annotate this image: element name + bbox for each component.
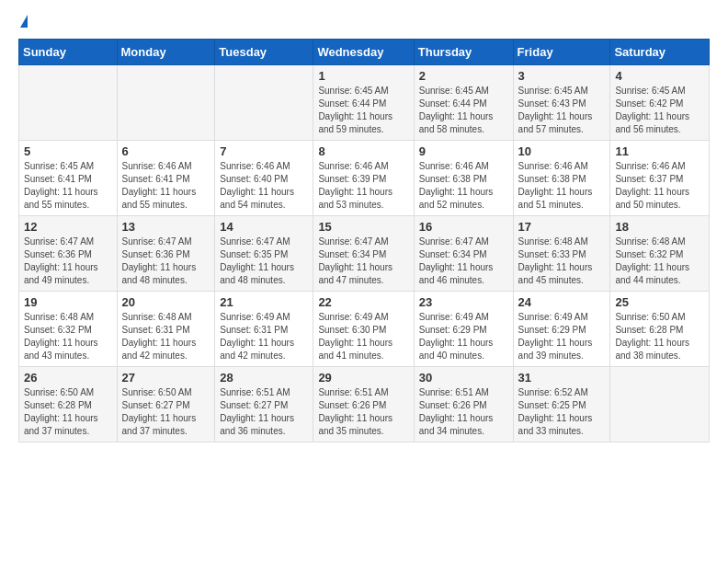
day-info: Sunrise: 6:46 AM Sunset: 6:38 PM Dayligh… [518,160,606,212]
day-number: 31 [518,371,606,385]
day-info: Sunrise: 6:46 AM Sunset: 6:37 PM Dayligh… [615,160,704,212]
day-info: Sunrise: 6:46 AM Sunset: 6:38 PM Dayligh… [419,160,508,212]
day-number: 10 [518,144,606,158]
calendar-cell: 9Sunrise: 6:46 AM Sunset: 6:38 PM Daylig… [414,141,513,216]
day-number: 12 [24,220,112,234]
day-number: 2 [419,69,508,83]
calendar-week-row: 1Sunrise: 6:45 AM Sunset: 6:44 PM Daylig… [19,65,710,141]
calendar-cell: 1Sunrise: 6:45 AM Sunset: 6:44 PM Daylig… [313,65,414,141]
day-number: 15 [318,220,408,234]
day-number: 5 [24,144,112,158]
day-number: 30 [419,371,508,385]
day-number: 29 [318,371,408,385]
calendar-cell [19,65,118,141]
day-number: 26 [24,371,112,385]
calendar-cell: 23Sunrise: 6:49 AM Sunset: 6:29 PM Dayli… [414,292,513,367]
day-info: Sunrise: 6:47 AM Sunset: 6:34 PM Dayligh… [419,236,508,287]
calendar-cell: 16Sunrise: 6:47 AM Sunset: 6:34 PM Dayli… [414,216,513,292]
calendar-cell: 20Sunrise: 6:48 AM Sunset: 6:31 PM Dayli… [117,292,215,367]
calendar-table: SundayMondayTuesdayWednesdayThursdayFrid… [18,39,710,442]
day-info: Sunrise: 6:52 AM Sunset: 6:25 PM Dayligh… [518,386,606,438]
calendar-cell: 30Sunrise: 6:51 AM Sunset: 6:26 PM Dayli… [414,367,513,442]
day-number: 21 [220,295,308,309]
day-info: Sunrise: 6:49 AM Sunset: 6:29 PM Dayligh… [419,311,508,362]
calendar-week-row: 12Sunrise: 6:47 AM Sunset: 6:36 PM Dayli… [19,216,710,292]
day-info: Sunrise: 6:49 AM Sunset: 6:30 PM Dayligh… [318,311,408,362]
logo-triangle-icon [20,15,28,28]
day-number: 16 [419,220,508,234]
day-number: 11 [615,144,704,158]
calendar-cell: 7Sunrise: 6:46 AM Sunset: 6:40 PM Daylig… [215,141,313,216]
day-number: 25 [615,295,704,309]
day-number: 27 [122,371,210,385]
day-number: 3 [518,69,606,83]
day-info: Sunrise: 6:51 AM Sunset: 6:27 PM Dayligh… [220,386,308,438]
calendar-cell: 5Sunrise: 6:45 AM Sunset: 6:41 PM Daylig… [19,141,118,216]
calendar-cell [215,65,313,141]
calendar-cell: 14Sunrise: 6:47 AM Sunset: 6:35 PM Dayli… [215,216,313,292]
day-info: Sunrise: 6:46 AM Sunset: 6:39 PM Dayligh… [318,160,408,212]
day-number: 20 [122,295,210,309]
day-number: 22 [318,295,408,309]
day-number: 19 [24,295,112,309]
calendar-cell: 27Sunrise: 6:50 AM Sunset: 6:27 PM Dayli… [117,367,215,442]
day-number: 23 [419,295,508,309]
day-info: Sunrise: 6:47 AM Sunset: 6:34 PM Dayligh… [318,236,408,287]
calendar-cell: 28Sunrise: 6:51 AM Sunset: 6:27 PM Dayli… [215,367,313,442]
day-number: 28 [220,371,308,385]
weekday-header-tuesday: Tuesday [215,40,313,65]
weekday-header-wednesday: Wednesday [313,40,414,65]
logo [18,15,28,28]
calendar-cell: 6Sunrise: 6:46 AM Sunset: 6:41 PM Daylig… [117,141,215,216]
day-info: Sunrise: 6:45 AM Sunset: 6:44 PM Dayligh… [318,85,408,136]
day-info: Sunrise: 6:47 AM Sunset: 6:36 PM Dayligh… [24,236,112,287]
page: SundayMondayTuesdayWednesdayThursdayFrid… [0,0,728,457]
day-number: 8 [318,144,408,158]
calendar-cell: 10Sunrise: 6:46 AM Sunset: 6:38 PM Dayli… [513,141,610,216]
calendar-cell: 2Sunrise: 6:45 AM Sunset: 6:44 PM Daylig… [414,65,513,141]
calendar-cell: 31Sunrise: 6:52 AM Sunset: 6:25 PM Dayli… [513,367,610,442]
day-number: 7 [220,144,308,158]
day-info: Sunrise: 6:47 AM Sunset: 6:36 PM Dayligh… [122,236,210,287]
weekday-header-monday: Monday [117,40,215,65]
calendar-cell: 25Sunrise: 6:50 AM Sunset: 6:28 PM Dayli… [610,292,710,367]
calendar-cell: 11Sunrise: 6:46 AM Sunset: 6:37 PM Dayli… [610,141,710,216]
day-number: 1 [318,69,408,83]
calendar-week-row: 19Sunrise: 6:48 AM Sunset: 6:32 PM Dayli… [19,292,710,367]
day-info: Sunrise: 6:47 AM Sunset: 6:35 PM Dayligh… [220,236,308,287]
calendar-cell: 21Sunrise: 6:49 AM Sunset: 6:31 PM Dayli… [215,292,313,367]
calendar-week-row: 26Sunrise: 6:50 AM Sunset: 6:28 PM Dayli… [19,367,710,442]
day-number: 18 [615,220,704,234]
day-info: Sunrise: 6:45 AM Sunset: 6:43 PM Dayligh… [518,85,606,136]
day-info: Sunrise: 6:49 AM Sunset: 6:31 PM Dayligh… [220,311,308,362]
calendar-cell: 4Sunrise: 6:45 AM Sunset: 6:42 PM Daylig… [610,65,710,141]
day-info: Sunrise: 6:51 AM Sunset: 6:26 PM Dayligh… [419,386,508,438]
calendar-cell [610,367,710,442]
day-info: Sunrise: 6:48 AM Sunset: 6:32 PM Dayligh… [615,236,704,287]
calendar-cell: 15Sunrise: 6:47 AM Sunset: 6:34 PM Dayli… [313,216,414,292]
day-number: 9 [419,144,508,158]
calendar-cell: 24Sunrise: 6:49 AM Sunset: 6:29 PM Dayli… [513,292,610,367]
day-info: Sunrise: 6:48 AM Sunset: 6:32 PM Dayligh… [24,311,112,362]
calendar-cell: 19Sunrise: 6:48 AM Sunset: 6:32 PM Dayli… [19,292,118,367]
calendar-cell: 29Sunrise: 6:51 AM Sunset: 6:26 PM Dayli… [313,367,414,442]
day-info: Sunrise: 6:45 AM Sunset: 6:42 PM Dayligh… [615,85,704,136]
calendar-cell: 13Sunrise: 6:47 AM Sunset: 6:36 PM Dayli… [117,216,215,292]
calendar-cell: 12Sunrise: 6:47 AM Sunset: 6:36 PM Dayli… [19,216,118,292]
calendar-cell: 17Sunrise: 6:48 AM Sunset: 6:33 PM Dayli… [513,216,610,292]
day-number: 6 [122,144,210,158]
calendar-cell: 8Sunrise: 6:46 AM Sunset: 6:39 PM Daylig… [313,141,414,216]
weekday-header-saturday: Saturday [610,40,710,65]
day-info: Sunrise: 6:46 AM Sunset: 6:40 PM Dayligh… [220,160,308,212]
day-info: Sunrise: 6:45 AM Sunset: 6:41 PM Dayligh… [24,160,112,212]
day-info: Sunrise: 6:45 AM Sunset: 6:44 PM Dayligh… [419,85,508,136]
day-number: 14 [220,220,308,234]
day-number: 24 [518,295,606,309]
day-info: Sunrise: 6:50 AM Sunset: 6:28 PM Dayligh… [615,311,704,362]
day-number: 13 [122,220,210,234]
day-number: 17 [518,220,606,234]
weekday-header-friday: Friday [513,40,610,65]
header [18,15,710,28]
day-info: Sunrise: 6:46 AM Sunset: 6:41 PM Dayligh… [122,160,210,212]
calendar-cell: 22Sunrise: 6:49 AM Sunset: 6:30 PM Dayli… [313,292,414,367]
